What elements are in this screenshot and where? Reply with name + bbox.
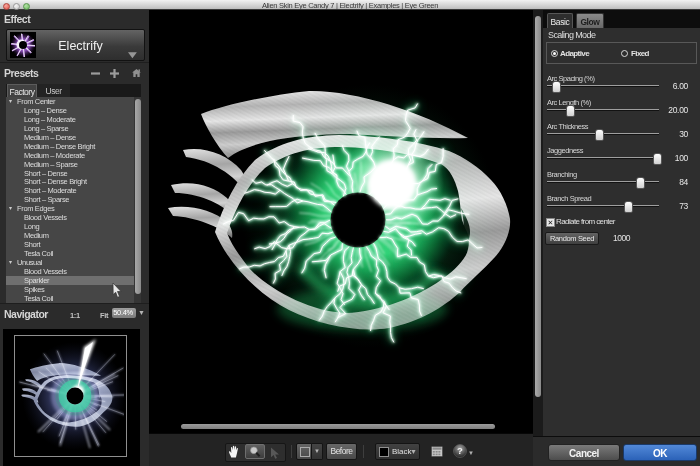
svg-text:?: ? bbox=[457, 445, 463, 456]
